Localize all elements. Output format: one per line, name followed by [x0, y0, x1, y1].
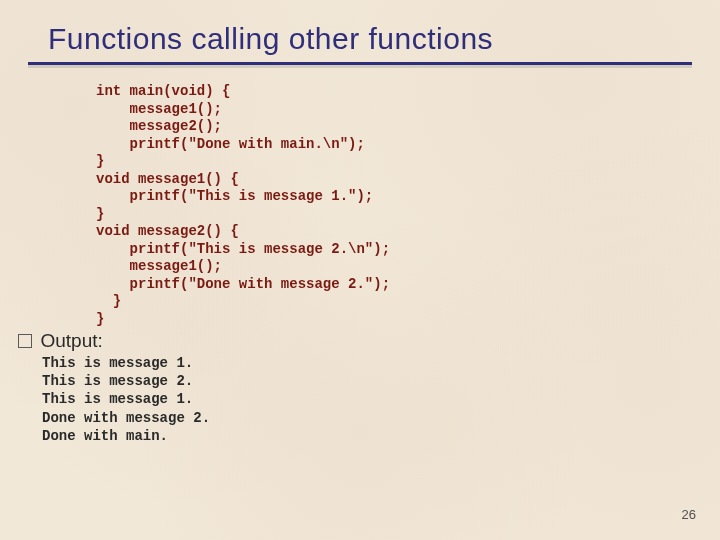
output-label: Output: [40, 330, 102, 351]
output-heading-row: Output: [0, 328, 720, 352]
output-listing: This is message 1. This is message 2. Th… [0, 352, 720, 445]
bullet-icon [18, 334, 32, 348]
code-listing: int main(void) { message1(); message2();… [0, 65, 720, 328]
page-number: 26 [682, 507, 696, 522]
slide-title: Functions calling other functions [0, 0, 720, 62]
